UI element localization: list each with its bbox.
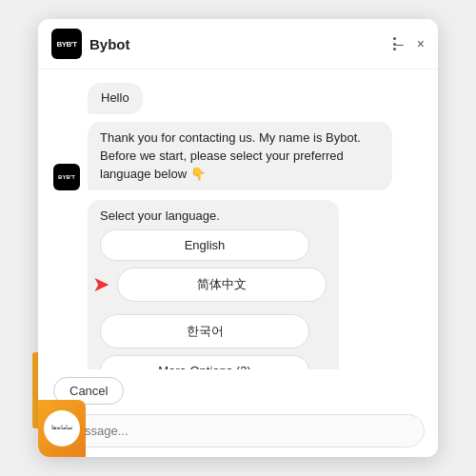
bottom-watermark: سامانه‌ها: [38, 400, 86, 457]
intro-message: BYB'T Thank you for contacting us. My na…: [53, 122, 423, 191]
language-message: Select your language. English ➤ 简体中文 한국어…: [88, 200, 423, 369]
message-input[interactable]: [51, 414, 425, 447]
language-bubble-group: Select your language. English ➤ 简体中文 한국어…: [88, 200, 339, 369]
select-language-text: Select your language.: [100, 208, 220, 223]
english-button[interactable]: English: [100, 229, 309, 261]
title-bar: BYB'T Bybot – ×: [38, 19, 438, 69]
hello-bubble: Hello: [88, 83, 143, 114]
arrow-row: ➤ 简体中文: [92, 268, 327, 302]
intro-bubble-group: Thank you for contacting us. My name is …: [88, 122, 392, 191]
title-bar-actions: – ×: [396, 36, 425, 51]
bot-avatar: BYB'T: [53, 164, 80, 190]
outer-wrapper: BYB'T Bybot – × Hello BYB'T: [38, 19, 438, 457]
chinese-button[interactable]: 简体中文: [117, 268, 327, 302]
intro-bubble: Thank you for contacting us. My name is …: [88, 122, 392, 191]
select-language-bubble: Select your language. English ➤ 简体中文 한국어…: [88, 200, 339, 369]
more-options-button[interactable]: More Options (2): [100, 355, 309, 369]
chat-window: BYB'T Bybot – × Hello BYB'T: [38, 19, 438, 457]
language-options: English ➤ 简体中文 한국어 More Options (2): [100, 229, 327, 369]
input-area: [38, 408, 438, 457]
window-title: Bybot: [89, 36, 393, 52]
close-button[interactable]: ×: [417, 36, 425, 51]
hello-message: Hello: [88, 83, 423, 114]
red-arrow-icon: ➤: [92, 274, 109, 295]
watermark-logo: سامانه‌ها: [44, 410, 80, 446]
bybot-logo: BYB'T: [51, 29, 82, 59]
cancel-area: Cancel: [38, 369, 438, 408]
minimize-button[interactable]: –: [396, 36, 404, 51]
korean-button[interactable]: 한국어: [100, 314, 309, 348]
watermark-text: سامانه‌ها: [51, 425, 72, 431]
chat-container: BYB'T Bybot – × Hello BYB'T: [38, 19, 438, 457]
chat-area: Hello BYB'T Thank you for contacting us.…: [38, 69, 438, 369]
